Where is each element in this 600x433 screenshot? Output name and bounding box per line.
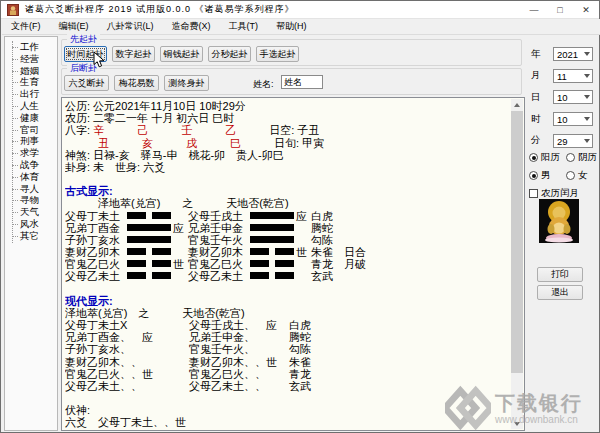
year-row: 年2021	[531, 47, 593, 61]
menu-item-file[interactable]: 文件(F)	[2, 19, 50, 34]
yin-line-icon	[250, 270, 296, 282]
report-info-line: 八字: 辛 己 壬 乙 日空: 子丑	[65, 124, 509, 136]
minute-qigua-button[interactable]: 分秒起卦	[208, 46, 251, 62]
sidebar-item-14[interactable]: 寻物	[5, 194, 57, 206]
report-textarea[interactable]: 公历: 公元2021年11月10日 10时29分农历: 二零二一年 十月 初六日…	[61, 97, 525, 431]
fushen-line: 五爻 兄弟丁酉金、、	[65, 429, 509, 431]
right-shi-ying-mark: 应	[296, 210, 311, 222]
menu-item-bagua-knowledge[interactable]: 八卦常识(L)	[98, 19, 163, 34]
spacer	[65, 392, 509, 404]
six-spirit-label: 朱雀 日合	[311, 246, 366, 258]
right-line-label: 父母乙未土	[188, 270, 250, 282]
xiandai-hexagram-row: 官鬼乙巳火、、世官鬼乙巳火、、青龙	[65, 368, 509, 380]
gushi-section-title: 古式显示:	[65, 185, 509, 197]
sidebar-item-6[interactable]: 人生	[5, 100, 57, 112]
gushi-hexagram-row: 父母乙未土父母乙未土玄武	[65, 270, 509, 282]
minute-row: 分29	[531, 134, 593, 148]
right-line-text: 官鬼壬午火、	[189, 343, 289, 355]
sidebar-item-5[interactable]: 出行	[5, 88, 57, 100]
scrollbar-down-icon[interactable]	[511, 418, 523, 429]
female-radio[interactable]: 女	[566, 169, 588, 182]
menu-item-edit[interactable]: 编辑(E)	[50, 19, 98, 34]
month-value: 11	[557, 71, 567, 82]
sidebar-item-4[interactable]: 生育	[5, 76, 57, 88]
lunar-calendar-radio[interactable]: 阴历	[566, 151, 597, 164]
sidebar-item-16[interactable]: 风水	[5, 218, 57, 230]
yang-line-icon	[250, 234, 296, 246]
six-spirit-label: 勾陈	[289, 343, 311, 355]
left-shi-ying-mark: 应	[173, 222, 188, 234]
solar-calendar-radio[interactable]: 阳历	[529, 151, 560, 164]
text-segment: 辛 己 壬 乙	[93, 124, 236, 136]
chevron-down-icon	[584, 95, 590, 99]
scrollbar-up-icon[interactable]	[511, 99, 523, 110]
right-line-label: 兄弟壬申金	[188, 222, 250, 234]
sidebar-item-9[interactable]: 刑事	[5, 135, 57, 147]
close-icon[interactable]: ✕	[573, 1, 599, 18]
fushen-title: 伏神:	[65, 404, 509, 416]
sidebar-item-17[interactable]: 其它	[5, 230, 57, 242]
sidebar-item-3[interactable]: 婚姻	[5, 65, 57, 77]
report-scrollbar[interactable]	[511, 99, 523, 429]
sidebar-item-10[interactable]: 求学	[5, 147, 57, 159]
gushi-hexagram-row: 妻财乙卯木妻财乙卯木世朱雀 日合	[65, 246, 509, 258]
spacer	[65, 173, 509, 185]
lifetime-gua-button[interactable]: 测终身卦	[164, 75, 209, 91]
meihua-yishu-button[interactable]: 梅花易数	[114, 75, 159, 91]
six-spirit-label: 青龙	[289, 368, 311, 380]
male-radio[interactable]: 男	[529, 169, 551, 182]
report-info-line: 神煞: 日禄-亥 驿马-申 桃花-卯 贵人-卯巳	[65, 149, 509, 161]
sidebar-item-15[interactable]: 天气	[5, 206, 57, 218]
six-spirit-label: 玄武	[289, 380, 311, 392]
month-label: 月	[531, 69, 553, 82]
left-line-text: 父母乙未土、、	[65, 380, 189, 392]
exit-button[interactable]: 退出	[537, 285, 583, 300]
maximize-icon[interactable]: □	[547, 1, 573, 18]
buddha-image	[539, 199, 579, 243]
qigua-buttons: 时间起卦数字起卦铜钱起卦分秒起卦手选起卦	[64, 46, 299, 62]
text-segment: 神煞: 日禄-亥 驿马-申 桃花-卯 贵人-卯巳	[65, 149, 284, 161]
day-combobox[interactable]: 10	[553, 90, 593, 104]
sidebar-item-7[interactable]: 健康	[5, 112, 57, 124]
xiandai-header: 泽地萃(兑宫) 之 天地否(乾宫)	[65, 307, 509, 319]
xiandai-hexagram-row: 子孙丁亥水、官鬼壬午火、勾陈	[65, 343, 509, 355]
gushi-hexagram-row: 官鬼乙巳火世官鬼乙巳火青龙 月破	[65, 258, 509, 270]
month-combobox[interactable]: 11	[553, 69, 593, 83]
sidebar-item-13[interactable]: 寻人	[5, 183, 57, 195]
scrollbar-thumb[interactable]	[511, 111, 523, 373]
print-button[interactable]: 打印	[537, 267, 583, 282]
right-shi-ying-mark: 世	[296, 246, 311, 258]
sidebar-item-12[interactable]: 体育	[5, 171, 57, 183]
menu-item-tools[interactable]: 工具(T)	[220, 19, 268, 34]
name-label: 姓名:	[253, 78, 274, 91]
sidebar-item-2[interactable]: 经营	[5, 53, 57, 65]
year-combobox[interactable]: 2021	[553, 47, 593, 61]
right-line-text: 兄弟壬申金、	[189, 331, 289, 343]
number-qigua-button[interactable]: 数字起卦	[112, 46, 155, 62]
liuyao-duangua-button[interactable]: 六爻断卦	[64, 75, 109, 91]
name-input[interactable]	[281, 75, 323, 89]
left-line-label: 父母丁未土	[65, 210, 127, 222]
left-line-label: 官鬼乙巳火	[65, 258, 127, 270]
hour-combobox[interactable]: 10	[553, 112, 593, 126]
minimize-icon[interactable]: —	[521, 1, 547, 18]
six-spirit-label: 腾蛇	[311, 222, 333, 234]
sidebar-item-11[interactable]: 战争	[5, 159, 57, 171]
yang-line-icon	[127, 222, 173, 234]
sidebar-item-8[interactable]: 官司	[5, 124, 57, 136]
six-spirit-label: 白虎	[311, 210, 333, 222]
coin-qigua-button[interactable]: 铜钱起卦	[160, 46, 203, 62]
time-qigua-button[interactable]: 时间起卦	[64, 46, 107, 62]
text-segment: 丑 亥 戌 巳	[98, 137, 241, 149]
menu-item-help[interactable]: 帮助(H)	[267, 19, 316, 34]
duangua-groupbox: 后断卦 六爻断卦梅花易数测终身卦 姓名:	[61, 68, 522, 95]
menu-item-fortune-fee[interactable]: 造命费(X)	[163, 19, 220, 34]
gushi-hexagram-row: 父母丁未土父母壬戌土应白虎	[65, 210, 509, 222]
right-line-label: 官鬼乙巳火	[188, 258, 250, 270]
left-shi-ying-mark: 世	[173, 258, 188, 270]
sidebar-item-1[interactable]: 工作	[5, 41, 57, 53]
hour-row: 时10	[531, 112, 593, 126]
minute-combobox[interactable]: 29	[553, 134, 593, 148]
solar-calendar-label: 阳历	[541, 151, 560, 164]
manual-qigua-button[interactable]: 手选起卦	[256, 46, 299, 62]
